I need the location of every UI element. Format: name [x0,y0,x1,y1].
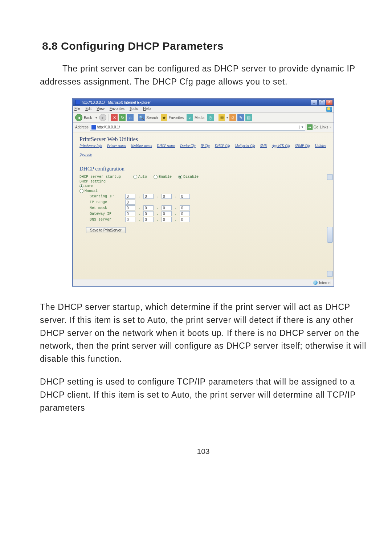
starting-ip-octet2[interactable] [143,194,154,199]
save-button[interactable]: Save to PrintServer [86,227,126,233]
scroll-thumb[interactable] [327,227,333,243]
status-zone: Internet [310,280,331,285]
scroll-down-button[interactable] [327,271,333,277]
back-button[interactable]: ◄ [75,114,82,121]
toolbar-separator [136,114,136,121]
starting-ip-label: Starting IP [90,194,122,198]
dns-octet3[interactable] [162,217,172,222]
mail-icon[interactable]: ✉ [219,114,225,121]
go-button[interactable]: ➔ Go [307,124,318,130]
nav-upgrade[interactable]: Upgrade [79,153,92,156]
nav-appletk-cfg[interactable]: AppleTK Cfg [272,144,290,148]
setting-auto-radio[interactable]: Auto [79,184,93,188]
dns-octet4[interactable] [180,217,190,222]
links-chevron-icon[interactable]: » [330,126,331,129]
url-page-icon [91,125,96,130]
gateway-octet1[interactable] [125,211,135,216]
dns-row: DNS server . . . [79,217,334,222]
netmask-octet4[interactable] [180,205,190,210]
menu-file[interactable]: File [74,107,80,112]
scroll-up-button[interactable] [327,174,333,180]
radio-label: Manual [85,189,98,193]
netmask-octet3[interactable] [162,205,172,210]
menu-edit[interactable]: Edit [85,107,91,112]
dns-octet1[interactable] [125,217,135,222]
nav-mailprint-cfg[interactable]: Mail print Cfg [235,144,255,148]
netmask-octet1[interactable] [125,205,135,210]
titlebar-left: http://10.0.0.1/ - Microsoft Internet Ex… [75,100,151,105]
maximize-button[interactable]: ❐ [318,99,325,106]
dns-octet2[interactable] [143,217,154,222]
nav-smb[interactable]: SMB [260,144,266,148]
ie-icon [75,100,80,105]
page-number: 103 [40,447,367,456]
close-button[interactable]: X [326,99,333,106]
window-titlebar: http://10.0.0.1/ - Microsoft Internet Ex… [73,99,334,106]
menu-favorites[interactable]: Favorites [110,107,124,112]
setting-manual-radio[interactable]: Manual [79,189,98,193]
nav-printserver-info[interactable]: PrintServer Info [79,144,102,148]
menu-view[interactable]: View [97,107,105,112]
startup-enable-radio[interactable]: Enable [154,175,172,179]
forward-button[interactable]: ► [99,114,106,121]
page-content: PrintServer Web Utilities PrintServer In… [73,132,334,279]
nav-dhcp-status[interactable]: DHCP status [157,144,175,148]
status-bar: Internet [73,279,334,286]
nav-utilities[interactable]: Utilities [315,144,326,148]
dhcp-form: DHCP server startup Auto Enable Disable … [79,175,334,233]
url-input[interactable]: http://10.0.0.1/ ▼ [90,124,305,131]
ip-range-input[interactable] [125,200,135,205]
starting-ip-octet4[interactable] [180,194,190,199]
gateway-octet2[interactable] [143,211,154,216]
go-icon: ➔ [307,124,313,130]
refresh-button[interactable]: ↻ [119,114,126,121]
radio-label: Auto [138,175,147,179]
startup-disable-radio[interactable]: Disable [178,175,199,179]
discuss-icon[interactable]: ▤ [245,114,252,121]
starting-ip-octet3[interactable] [162,194,172,199]
gateway-row: Gateway IP . . . [79,211,334,216]
edit-icon[interactable]: ✎ [237,114,244,121]
nav-printer-status[interactable]: Printer status [107,144,126,148]
netmask-octet2[interactable] [143,205,154,210]
stop-button[interactable]: ✕ [111,114,118,121]
menu-tools[interactable]: Tools [130,107,138,112]
netmask-row: Net mask . . . [79,205,334,210]
nav-netware-status[interactable]: NetWare status [131,144,152,148]
home-button[interactable]: ⌂ [127,114,134,121]
favorites-icon[interactable]: ★ [161,114,167,121]
search-icon[interactable]: 🔍 [138,114,145,121]
media-label: Media [195,116,204,120]
radio-icon [154,175,158,179]
url-dropdown-icon[interactable]: ▼ [299,126,304,129]
section-heading: 8.8 Configuring DHCP Parameters [42,40,367,52]
intro-paragraph: The print server can be configured as DH… [40,62,367,88]
dhcp-config-heading: DHCP configuration [79,166,334,172]
starting-ip-octet1[interactable] [125,194,135,199]
globe-icon [313,280,318,285]
nav-ip-cfg[interactable]: IP Cfg [201,144,210,148]
nav-device-cfg[interactable]: Device Cfg [180,144,195,148]
app-title: PrintServer Web Utilities [79,136,327,143]
startup-auto-radio[interactable]: Auto [133,175,147,179]
nav-snmp-cfg[interactable]: SNMP Cfg [295,144,310,148]
history-icon[interactable]: ◷ [207,114,214,121]
zone-label: Internet [319,281,331,285]
links-label[interactable]: Links [320,125,328,129]
mail-dropdown-icon[interactable]: ▾ [226,116,228,119]
body-paragraph-3: DHCP setting is used to configure TCP/IP… [40,376,367,414]
media-icon[interactable]: ♪ [187,114,193,121]
print-icon[interactable]: ⎙ [229,114,236,121]
minimize-button[interactable]: _ [311,99,318,106]
toolbar-separator [216,114,216,121]
address-label: Address [75,125,89,129]
nav-dhcp-cfg[interactable]: DHCP Cfg [215,144,230,148]
toolbar-separator [109,114,109,121]
gateway-octet4[interactable] [180,211,190,216]
menu-help[interactable]: Help [143,107,151,112]
back-dropdown-icon[interactable]: ▼ [95,116,98,119]
gateway-octet3[interactable] [162,211,172,216]
radio-icon [79,184,83,188]
document-page: 8.8 Configuring DHCP Parameters The prin… [0,0,392,477]
startup-row: DHCP server startup Auto Enable Disable [79,175,334,179]
